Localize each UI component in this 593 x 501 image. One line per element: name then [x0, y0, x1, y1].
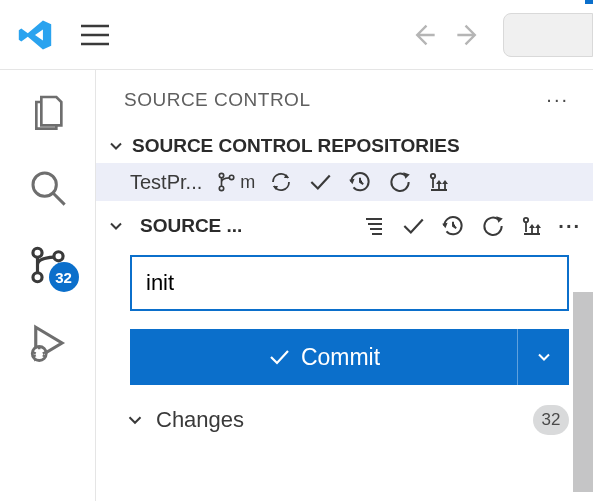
history-icon[interactable]	[440, 213, 466, 239]
explorer-tab[interactable]	[28, 92, 68, 132]
nav-forward-icon[interactable]	[455, 21, 483, 49]
source-control-section-header[interactable]: SOURCE ... ···	[96, 201, 593, 245]
changes-section-header[interactable]: Changes 32	[96, 385, 593, 435]
title-bar	[0, 0, 593, 70]
activity-bar: 32	[0, 70, 95, 501]
svg-point-8	[431, 174, 435, 178]
nav-back-icon[interactable]	[409, 21, 437, 49]
more-icon[interactable]: ···	[558, 215, 581, 238]
commit-dropdown-button[interactable]	[517, 329, 569, 385]
commit-button[interactable]: Commit	[130, 329, 517, 385]
shelve-icon[interactable]	[520, 214, 544, 238]
svg-point-7	[230, 175, 234, 179]
shelve-icon[interactable]	[427, 170, 451, 194]
command-center[interactable]	[503, 13, 593, 57]
svg-point-2	[32, 273, 41, 282]
repo-name: TestPr...	[130, 171, 202, 194]
tree-view-icon[interactable]	[362, 214, 386, 238]
scm-badge: 32	[49, 262, 79, 292]
source-control-panel: SOURCE CONTROL ··· SOURCE CONTROL REPOSI…	[95, 70, 593, 501]
sync-icon[interactable]	[269, 170, 293, 194]
branch-icon[interactable]: m	[216, 171, 255, 193]
check-icon[interactable]	[307, 169, 333, 195]
source-control-section-label: SOURCE ...	[140, 215, 242, 237]
accent-strip	[585, 0, 593, 4]
commit-button-label: Commit	[301, 344, 380, 371]
refresh-icon[interactable]	[387, 169, 413, 195]
chevron-down-icon	[106, 216, 126, 236]
changes-count-badge: 32	[533, 405, 569, 435]
check-icon[interactable]	[400, 213, 426, 239]
repo-row[interactable]: TestPr... m	[96, 163, 593, 201]
panel-more-icon[interactable]: ···	[546, 88, 569, 111]
svg-point-3	[53, 252, 62, 261]
svg-point-9	[524, 218, 528, 222]
svg-point-6	[220, 186, 224, 190]
chevron-down-icon	[124, 409, 146, 431]
changes-label: Changes	[156, 407, 244, 433]
commit-message-input[interactable]	[130, 255, 569, 311]
repos-section-label: SOURCE CONTROL REPOSITORIES	[132, 135, 460, 157]
refresh-icon[interactable]	[480, 213, 506, 239]
chevron-down-icon	[106, 136, 126, 156]
svg-point-1	[32, 248, 41, 257]
menu-button[interactable]	[70, 24, 120, 46]
run-debug-tab[interactable]	[27, 322, 69, 364]
scrollbar-thumb[interactable]	[573, 292, 593, 492]
vscode-logo	[0, 17, 70, 53]
panel-title: SOURCE CONTROL	[124, 89, 310, 111]
svg-point-0	[33, 173, 56, 196]
search-tab[interactable]	[28, 168, 68, 208]
history-icon[interactable]	[347, 169, 373, 195]
svg-point-5	[220, 173, 224, 177]
repos-section-header[interactable]: SOURCE CONTROL REPOSITORIES	[96, 129, 593, 163]
source-control-tab[interactable]: 32	[27, 244, 69, 286]
